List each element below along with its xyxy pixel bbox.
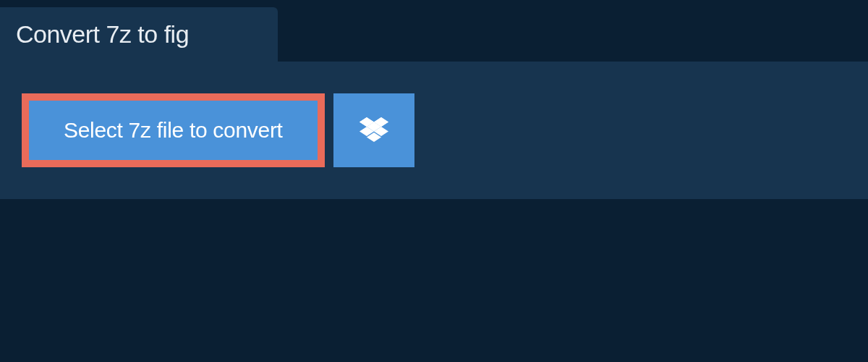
app-container: Convert 7z to fig Select 7z file to conv… [0,0,868,362]
dropbox-button[interactable] [333,93,414,167]
page-title: Convert 7z to fig [16,20,250,49]
dropbox-icon [359,117,388,143]
action-panel: Select 7z file to convert [0,62,868,199]
select-file-button[interactable]: Select 7z file to convert [22,93,325,167]
select-file-label: Select 7z file to convert [64,118,283,143]
button-group: Select 7z file to convert [22,93,868,167]
tab-header: Convert 7z to fig [0,7,278,62]
